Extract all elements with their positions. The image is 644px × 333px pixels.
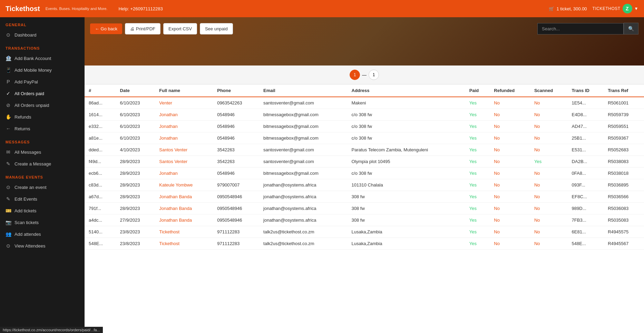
sidebar-item-add-paypal[interactable]: PAdd PayPal	[0, 76, 85, 88]
cell-name[interactable]: Jonathan Banda	[155, 191, 213, 203]
cell-trans-ref: R4945567	[604, 238, 644, 250]
cell-name[interactable]: Santos Venter	[155, 156, 213, 168]
col-paid: Paid	[465, 84, 490, 97]
export-csv-button[interactable]: Export CSV	[163, 23, 197, 34]
sidebar-item-create-message[interactable]: ✎Create a Message	[0, 158, 85, 170]
cell-refunded: No	[490, 144, 530, 156]
search-input[interactable]	[537, 23, 624, 34]
sidebar-item-add-attendees[interactable]: 👥Add attendes	[0, 228, 85, 240]
see-unpaid-button[interactable]: See unpaid	[200, 23, 233, 34]
sidebar-item-scan-tickets[interactable]: 📷Scan tickets	[0, 216, 85, 228]
cell-name[interactable]: Jonathan	[155, 132, 213, 144]
cell-name[interactable]: Jonathan	[155, 168, 213, 179]
cell-name[interactable]: Venter	[155, 97, 213, 109]
sidebar-item-dashboard[interactable]: ⊙Dashboard	[0, 29, 85, 41]
cell-id: 1614...	[85, 109, 116, 121]
cell-id: e332...	[85, 121, 116, 132]
cell-name[interactable]: Kateule Yombwe	[155, 179, 213, 191]
cell-email: santosventer@gmail.com	[259, 156, 347, 168]
cell-name[interactable]: Jonathan Banda	[155, 214, 213, 226]
sidebar-item-add-mobile[interactable]: 📱Add Mobile Money	[0, 64, 85, 76]
sidebar-label-all-paid: All Orders paid	[14, 91, 44, 96]
cell-paid: Yes	[465, 203, 490, 214]
sidebar-item-all-messages[interactable]: ✉All Messages	[0, 146, 85, 158]
col-scanned: Scanned	[530, 84, 568, 97]
pagination-separator: —	[362, 72, 367, 78]
cell-trans-id: 093F...	[568, 179, 604, 191]
cell-paid: Yes	[465, 144, 490, 156]
sidebar-item-create-event[interactable]: ⊙Create an event	[0, 181, 85, 193]
cell-address: 308 fw	[348, 214, 465, 226]
cell-scanned: No	[530, 97, 568, 109]
sidebar-section-general: GENERAL	[0, 17, 85, 29]
cell-id: a67d...	[85, 191, 116, 203]
sidebar-section-manage-events: MANAGE EVENTS	[0, 170, 85, 181]
cell-name[interactable]: Tickethost	[155, 238, 213, 250]
cell-address: Lusaka,Zambia	[348, 226, 465, 238]
cell-phone: 0950548946	[213, 203, 259, 214]
sidebar-label-add-tickets: Add tickets	[14, 208, 37, 213]
cell-name[interactable]: Jonathan	[155, 109, 213, 121]
cell-trans-id: DA2B...	[568, 156, 604, 168]
pagination-area: 1 — 1	[85, 65, 644, 84]
cell-trans-ref: R5059739	[604, 109, 644, 121]
hero-banner: ← Go back 🖨 Print/PDF Export CSV See unp…	[85, 17, 644, 65]
cell-address: 308 fw	[348, 203, 465, 214]
go-back-button[interactable]: ← Go back	[90, 23, 122, 34]
sidebar-label-add-bank: Add Bank Account	[14, 56, 51, 61]
cell-refunded: No	[490, 168, 530, 179]
add-paypal-icon: P	[6, 79, 11, 84]
sidebar-item-refunds[interactable]: ✋Refunds	[0, 111, 85, 123]
cell-date: 28/9/2023	[116, 156, 155, 168]
cell-phone: 3542263	[213, 156, 259, 168]
brand-tagline: Events. Buses. Hospitality and More.	[46, 7, 108, 11]
cell-trans-ref: R5038083	[604, 156, 644, 168]
table-row: dded...4/10/2023Santos Venter3542263sant…	[85, 144, 644, 156]
sidebar-label-create-event: Create an event	[14, 185, 47, 190]
cell-trans-ref: R5061001	[604, 97, 644, 109]
sidebar-item-all-unpaid[interactable]: ⊘All Orders unpaid	[0, 99, 85, 111]
cell-refunded: No	[490, 121, 530, 132]
all-paid-icon: ✓	[6, 91, 11, 96]
cell-date: 23/8/2023	[116, 238, 155, 250]
cell-email: jonathan@osystems.africa	[259, 203, 347, 214]
sidebar-item-returns[interactable]: ←Returns	[0, 123, 85, 134]
cell-name[interactable]: Santos Venter	[155, 144, 213, 156]
print-pdf-button[interactable]: 🖨 Print/PDF	[125, 23, 160, 34]
layout: GENERAL⊙DashboardTRANSACTIONS🏦Add Bank A…	[0, 17, 644, 333]
table-row: 5140...23/8/2023Tickethost971112283talk2…	[85, 226, 644, 238]
cell-paid: Yes	[465, 121, 490, 132]
sidebar-item-edit-events[interactable]: ✎Edit Events	[0, 193, 85, 205]
sidebar-item-view-attendees[interactable]: ⊙View Attendees	[0, 240, 85, 252]
sidebar-item-add-bank[interactable]: 🏦Add Bank Account	[0, 52, 85, 64]
account-menu[interactable]: TICKETHOST Z ▼	[593, 4, 638, 13]
cell-name[interactable]: Jonathan Banda	[155, 203, 213, 214]
page-1-button[interactable]: 1	[350, 70, 360, 80]
sidebar: GENERAL⊙DashboardTRANSACTIONS🏦Add Bank A…	[0, 17, 85, 333]
brand-logo[interactable]: Tickethost	[6, 5, 40, 13]
cell-address: 308 fw	[348, 191, 465, 203]
sidebar-label-create-message: Create a Message	[14, 161, 51, 166]
cell-phone: 0548946	[213, 121, 259, 132]
cart-info[interactable]: 🛒 1 ticket, 300.00	[549, 6, 587, 11]
sidebar-item-add-tickets[interactable]: 🎫Add tickets	[0, 205, 85, 216]
sidebar-item-all-paid[interactable]: ✓All Orders paid	[0, 88, 85, 99]
sidebar-label-scan-tickets: Scan tickets	[14, 220, 39, 225]
table-row: 791f...28/9/2023Jonathan Banda0950548946…	[85, 203, 644, 214]
cell-email: bitmessagebox@gmail.com	[259, 109, 347, 121]
table-body: 86ad...6/10/2023Venter0963542263santosve…	[85, 97, 644, 250]
add-bank-icon: 🏦	[6, 56, 11, 61]
cell-refunded: No	[490, 156, 530, 168]
sidebar-label-dashboard: Dashboard	[14, 32, 37, 38]
page-total-button[interactable]: 1	[369, 70, 379, 80]
cell-name[interactable]: Tickethost	[155, 226, 213, 238]
cell-paid: Yes	[465, 97, 490, 109]
search-button[interactable]: 🔍	[624, 23, 638, 34]
cell-trans-ref: R5052683	[604, 144, 644, 156]
cell-phone: 0548946	[213, 168, 259, 179]
cell-date: 28/9/2023	[116, 191, 155, 203]
cell-paid: Yes	[465, 238, 490, 250]
cell-scanned: No	[530, 109, 568, 121]
cell-name[interactable]: Jonathan	[155, 121, 213, 132]
create-event-icon: ⊙	[6, 184, 11, 190]
